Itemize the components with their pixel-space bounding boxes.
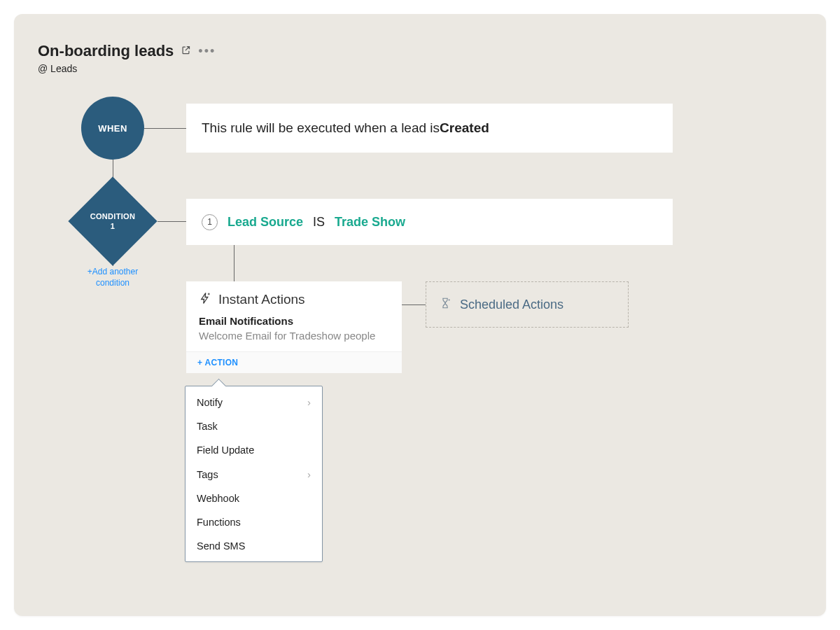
email-notifications-label: Email Notifications xyxy=(199,315,389,327)
menu-item-label: Task xyxy=(197,421,218,432)
module-tag: @ Leads xyxy=(38,63,802,74)
when-trigger: Created xyxy=(440,120,489,136)
instant-actions-card: Instant Actions Email Notifications Welc… xyxy=(186,281,402,373)
condition-number-badge: 1 xyxy=(202,214,218,230)
condition-value[interactable]: Trade Show xyxy=(335,215,405,230)
scheduled-actions-title: Scheduled Actions xyxy=(460,298,564,312)
action-type-menu: Notify › Task Field Update Tags › Webhoo… xyxy=(185,386,323,562)
workflow-canvas: On-boarding leads ••• @ Leads WHEN This … xyxy=(14,14,826,616)
condition-operator: IS xyxy=(313,215,325,230)
email-notification-row[interactable]: Email Notifications Welcome Email for Tr… xyxy=(186,315,402,351)
popout-icon[interactable] xyxy=(181,45,191,58)
menu-item-send-sms[interactable]: Send SMS xyxy=(186,534,322,561)
when-label: WHEN xyxy=(98,123,127,134)
connector xyxy=(402,304,426,305)
menu-item-task[interactable]: Task xyxy=(186,414,322,438)
menu-item-webhook[interactable]: Webhook xyxy=(186,486,322,510)
condition-card[interactable]: 1 Lead Source IS Trade Show xyxy=(186,199,673,245)
hourglass-icon xyxy=(439,296,451,313)
instant-actions-header: Instant Actions xyxy=(186,281,402,315)
add-condition-link[interactable]: +Add another condition xyxy=(81,266,144,288)
scheduled-actions-card[interactable]: Scheduled Actions xyxy=(426,281,629,328)
header: On-boarding leads ••• xyxy=(38,42,802,60)
menu-item-label: Send SMS xyxy=(197,540,245,552)
email-template-name: Welcome Email for Tradeshow people xyxy=(199,330,389,342)
connector xyxy=(144,128,186,129)
when-node[interactable]: WHEN xyxy=(81,97,144,160)
condition-label-text: CONDITION xyxy=(90,212,135,220)
when-text-prefix: This rule will be executed when a lead i… xyxy=(202,120,440,136)
bolt-icon xyxy=(199,291,211,308)
connector xyxy=(234,245,234,281)
menu-item-label: Notify xyxy=(197,397,223,408)
condition-node[interactable]: CONDITION 1 xyxy=(68,176,157,265)
menu-item-label: Tags xyxy=(197,469,218,480)
chevron-right-icon: › xyxy=(307,396,311,408)
workflow-title: On-boarding leads xyxy=(38,42,174,60)
flow-area: WHEN This rule will be executed when a l… xyxy=(38,97,802,602)
condition-field[interactable]: Lead Source xyxy=(227,215,303,230)
instant-actions-title: Instant Actions xyxy=(218,292,305,307)
more-menu-icon[interactable]: ••• xyxy=(198,44,216,59)
menu-item-field-update[interactable]: Field Update xyxy=(186,438,322,462)
menu-item-label: Webhook xyxy=(197,493,239,504)
menu-item-notify[interactable]: Notify › xyxy=(186,386,322,414)
condition-node-label: CONDITION 1 xyxy=(90,211,135,232)
menu-item-label: Functions xyxy=(197,517,241,528)
chevron-right-icon: › xyxy=(307,468,311,480)
menu-item-tags[interactable]: Tags › xyxy=(186,462,322,486)
menu-item-functions[interactable]: Functions xyxy=(186,510,322,534)
when-card[interactable]: This rule will be executed when a lead i… xyxy=(186,104,673,153)
menu-item-label: Field Update xyxy=(197,444,254,456)
connector xyxy=(158,221,186,222)
condition-label-num: 1 xyxy=(111,222,115,230)
add-action-button[interactable]: + ACTION xyxy=(186,351,402,373)
